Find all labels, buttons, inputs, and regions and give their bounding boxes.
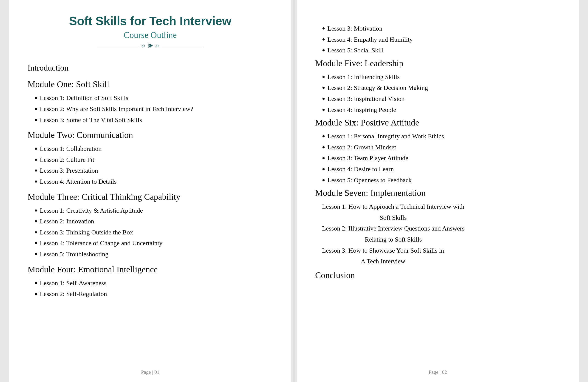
page-number-right: Page | 02 xyxy=(429,369,447,375)
module-one-heading: Module One: Soft Skill xyxy=(28,79,273,89)
list-item: Lesson 1: Collaboration xyxy=(34,143,273,154)
ornament-swirl: ꩜ ❧ ꩜ xyxy=(141,43,160,49)
module-seven-lessons: ● Lesson 1: How to Approach a Technical … xyxy=(322,201,560,267)
module-three-heading: Module Three: Critical Thinking Capabili… xyxy=(28,192,273,202)
introduction-heading: Introduction xyxy=(28,63,273,73)
module-four-lessons: Lesson 1: Self-Awareness Lesson 2: Self-… xyxy=(34,278,273,299)
list-item: Lesson 2: Innovation xyxy=(34,216,273,227)
page-number-left: Page | 01 xyxy=(141,369,159,375)
main-title: Soft Skills for Tech Interview xyxy=(28,14,273,28)
page-left: Soft Skills for Tech Interview Course Ou… xyxy=(9,0,291,382)
list-item: Lesson 4: Inspiring People xyxy=(322,104,560,115)
list-item: Lesson 1: Influencing Skills xyxy=(322,71,560,83)
module-five-heading: Module Five: Leadership xyxy=(315,58,560,68)
list-item: Lesson 4: Attention to Details xyxy=(34,176,273,187)
list-item: Lesson 3: Motivation xyxy=(322,23,560,34)
module-four-heading: Module Four: Emotional Intelligence xyxy=(28,264,273,274)
module-seven-heading: Module Seven: Implementation xyxy=(315,188,560,198)
module-four-continuation: Lesson 3: Motivation Lesson 4: Empathy a… xyxy=(322,23,560,56)
module-six-lessons: Lesson 1: Personal Integrity and Work Et… xyxy=(322,131,560,185)
page-right: Lesson 3: Motivation Lesson 4: Empathy a… xyxy=(297,0,579,382)
right-content: Lesson 3: Motivation Lesson 4: Empathy a… xyxy=(315,14,560,280)
module-five-lessons: Lesson 1: Influencing Skills Lesson 2: S… xyxy=(322,71,560,115)
module-two-lessons: Lesson 1: Collaboration Lesson 2: Cultur… xyxy=(34,143,273,187)
list-item: Lesson 3: Presentation xyxy=(34,165,273,176)
list-item: Lesson 3: Inspirational Vision xyxy=(322,93,560,104)
list-item: Lesson 2: Self-Regulation xyxy=(34,289,273,299)
list-item: Lesson 3: Team Player Attitude xyxy=(322,153,560,164)
list-item: Lesson 1: Definition of Soft Skills xyxy=(34,92,273,103)
list-item: Lesson 2: Strategy & Decision Making xyxy=(322,82,560,93)
list-item: Lesson 3: Some of The Vital Soft Skills xyxy=(34,114,273,126)
list-item: Lesson 2: Growth Mindset xyxy=(322,142,560,153)
document-container: Soft Skills for Tech Interview Course Ou… xyxy=(0,0,588,382)
list-item: Lesson 5: Social Skill xyxy=(322,45,560,56)
list-item: Lesson 4: Desire to Learn xyxy=(322,164,560,175)
module-two-heading: Module Two: Communication xyxy=(28,130,273,140)
title-section: Soft Skills for Tech Interview Course Ou… xyxy=(28,14,273,56)
list-item: Lesson 2: Culture Fit xyxy=(34,154,273,165)
module-one-lessons: Lesson 1: Definition of Soft Skills Less… xyxy=(34,92,273,125)
subtitle: Course Outline xyxy=(28,30,273,40)
list-item: Lesson 1: Self-Awareness xyxy=(34,278,273,289)
list-item: Lesson 3: Thinking Outside the Box xyxy=(34,227,273,238)
list-item: Lesson 1: Creativity & Artistic Aptitude xyxy=(34,205,273,216)
module-six-heading: Module Six: Positive Attitude xyxy=(315,117,560,128)
list-item: Lesson 4: Empathy and Humility xyxy=(322,34,560,45)
list-item: Lesson 5: Troubleshooting xyxy=(34,249,273,260)
page-divider xyxy=(294,0,294,382)
conclusion-heading: Conclusion xyxy=(315,270,560,280)
ornament-divider: ꩜ ❧ ꩜ xyxy=(28,43,273,49)
list-item: Lesson 1: Personal Integrity and Work Et… xyxy=(322,131,560,142)
list-item: ● Lesson 3: How to Showcase Your Soft Sk… xyxy=(322,245,560,267)
module-three-lessons: Lesson 1: Creativity & Artistic Aptitude… xyxy=(34,205,273,260)
list-item: Lesson 2: Why are Soft Skills Important … xyxy=(34,103,273,114)
list-item: Lesson 4: Tolerance of Change and Uncert… xyxy=(34,238,273,249)
list-item: ● Lesson 1: How to Approach a Technical … xyxy=(322,201,560,223)
list-item: Lesson 5: Openness to Feedback xyxy=(322,175,560,186)
list-item: ● Lesson 2: Illustrative Interview Quest… xyxy=(322,223,560,245)
